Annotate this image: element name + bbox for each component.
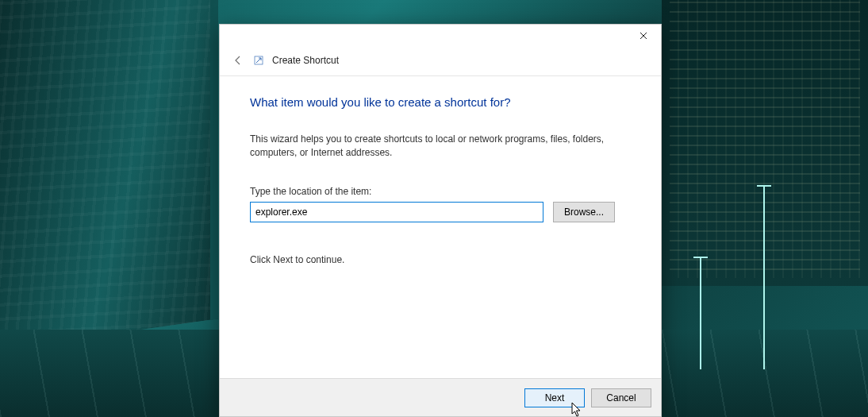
dialog-titlebar — [220, 25, 661, 48]
desktop-background: Create Shortcut What item would you like… — [0, 0, 868, 417]
dialog-title: Create Shortcut — [272, 55, 339, 66]
bg-streetlight — [700, 258, 701, 369]
bg-building-right — [662, 0, 868, 286]
location-input[interactable] — [250, 202, 543, 222]
next-button[interactable]: Next — [524, 388, 585, 407]
close-button[interactable] — [625, 25, 661, 47]
bg-streetlight — [763, 187, 765, 369]
location-label: Type the location of the item: — [250, 186, 631, 197]
dialog-content: What item would you like to create a sho… — [220, 76, 661, 378]
create-shortcut-dialog: Create Shortcut What item would you like… — [219, 24, 662, 417]
wizard-description: This wizard helps you to create shortcut… — [250, 133, 623, 160]
location-row: Browse... — [250, 202, 631, 222]
bg-building-left — [0, 0, 218, 349]
dialog-footer: Next Cancel — [220, 378, 661, 416]
dialog-nav: Create Shortcut — [220, 48, 661, 76]
browse-button[interactable]: Browse... — [553, 202, 615, 222]
page-heading: What item would you like to create a sho… — [250, 95, 631, 109]
back-arrow-icon — [232, 55, 244, 66]
back-button[interactable] — [231, 53, 245, 68]
shortcut-icon — [253, 55, 264, 66]
close-icon — [639, 32, 647, 40]
cancel-button[interactable]: Cancel — [591, 388, 651, 407]
continue-hint: Click Next to continue. — [250, 254, 631, 265]
